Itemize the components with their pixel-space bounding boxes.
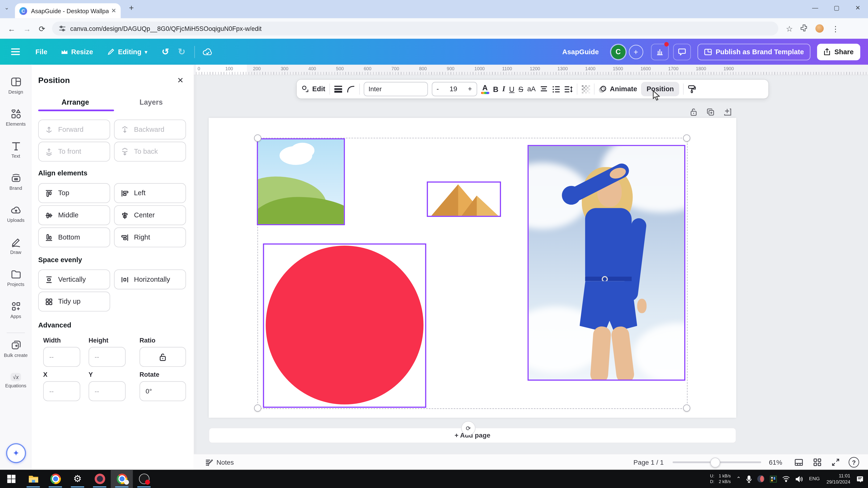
window-minimize-button[interactable]: — (812, 4, 818, 11)
taskbar-media-app[interactable] (89, 470, 111, 488)
browser-menu-icon[interactable]: ⋮ (832, 24, 839, 33)
canvas-photo-woman[interactable] (528, 145, 685, 381)
text-case-button[interactable]: aA (527, 85, 536, 93)
line-weight-icon[interactable] (334, 85, 342, 93)
profile-avatar[interactable] (816, 24, 824, 33)
sidebar-item-apps[interactable]: Apps (0, 301, 32, 319)
new-tab-button[interactable]: + (129, 3, 134, 12)
pages-view-icon[interactable] (813, 458, 822, 466)
window-close-button[interactable]: ✕ (855, 4, 861, 12)
editing-mode-menu[interactable]: Editing▾ (107, 48, 148, 56)
tab-arrange[interactable]: Arrange (38, 98, 112, 106)
taskbar-settings[interactable]: ⚙ (66, 470, 89, 488)
text-align-icon[interactable] (540, 86, 548, 93)
backward-button[interactable]: Backward (114, 120, 186, 139)
canvas-pyramid-graphic[interactable] (427, 182, 501, 217)
reload-icon[interactable]: ⟳ (39, 24, 45, 33)
to-back-button[interactable]: To back (114, 142, 186, 161)
taskbar-file-explorer[interactable] (22, 470, 44, 488)
align-center-button[interactable]: Center (114, 205, 186, 225)
tray-app-icon[interactable] (770, 476, 777, 482)
font-size-value[interactable]: 19 (450, 85, 457, 93)
edit-button[interactable]: Edit (301, 85, 325, 93)
tab-layers[interactable]: Layers (114, 98, 188, 106)
bookmark-star-icon[interactable]: ☆ (786, 24, 793, 33)
redo-icon[interactable]: ↻ (178, 46, 185, 57)
publish-brand-template-button[interactable]: Publish as Brand Template (697, 43, 810, 60)
share-button[interactable]: Share (817, 43, 860, 60)
selection-handle-top-left[interactable] (254, 134, 261, 142)
font-size-increase[interactable]: + (468, 85, 472, 93)
selection-handle-bottom-right[interactable] (683, 404, 690, 412)
font-size-stepper[interactable]: - 19 + (432, 82, 477, 96)
home-menu-icon[interactable] (11, 48, 20, 55)
magic-assistant-button[interactable]: ✦ (6, 443, 26, 463)
help-button[interactable]: ? (849, 457, 859, 468)
bold-button[interactable]: B (493, 85, 498, 93)
to-front-button[interactable]: To front (38, 142, 110, 161)
sidebar-item-elements[interactable]: Elements (0, 108, 32, 127)
fullscreen-icon[interactable] (832, 458, 840, 466)
strikethrough-button[interactable]: S (519, 85, 523, 93)
space-vertically-button[interactable]: Vertically (38, 269, 110, 289)
font-size-decrease[interactable]: - (437, 85, 439, 93)
canvas-circle-shape[interactable] (263, 243, 426, 408)
resize-menu[interactable]: Resize (61, 48, 93, 56)
lock-icon[interactable] (690, 108, 698, 116)
text-color-button[interactable]: A (481, 84, 489, 94)
notification-center-icon[interactable] (857, 476, 864, 482)
sidebar-item-design[interactable]: Design (0, 76, 32, 95)
window-maximize-button[interactable]: ▢ (834, 4, 839, 12)
transparency-icon[interactable] (581, 85, 590, 94)
sidebar-item-draw[interactable]: Draw (0, 237, 32, 255)
file-menu[interactable]: File (35, 48, 48, 56)
line-spacing-icon[interactable] (564, 86, 573, 93)
underline-button[interactable]: U (509, 85, 515, 93)
panel-close-icon[interactable]: ✕ (177, 76, 184, 85)
microphone-icon[interactable] (747, 475, 752, 483)
animate-button[interactable]: Animate (598, 85, 637, 93)
tray-expand-icon[interactable]: ⌃ (736, 476, 741, 482)
list-icon[interactable] (552, 86, 560, 93)
zoom-slider-thumb[interactable] (710, 458, 720, 467)
width-input[interactable]: -- (43, 347, 80, 367)
taskbar-chrome-active[interactable] (111, 470, 133, 488)
wifi-icon[interactable] (782, 476, 790, 482)
site-settings-icon[interactable] (59, 25, 66, 32)
italic-button[interactable]: I (502, 85, 505, 94)
font-family-select[interactable]: Inter (364, 82, 428, 96)
tidy-up-button[interactable]: Tidy up (38, 292, 110, 312)
forward-icon[interactable]: → (23, 24, 31, 33)
sidebar-item-text[interactable]: Text (0, 140, 32, 159)
volume-icon[interactable] (796, 476, 803, 482)
start-button[interactable] (0, 470, 22, 488)
language-indicator[interactable]: ENG (809, 476, 820, 482)
clock[interactable]: 11:0129/10/2024 (827, 473, 850, 485)
comments-button[interactable] (673, 43, 691, 60)
selection-handle-bottom-left[interactable] (254, 404, 261, 412)
extensions-icon[interactable] (801, 24, 808, 33)
y-input[interactable]: -- (89, 381, 126, 401)
duplicate-page-icon[interactable] (706, 108, 715, 116)
sidebar-item-brand[interactable]: co Brand (0, 172, 32, 191)
sidebar-item-equations[interactable]: √x Equations (0, 373, 32, 389)
paint-roller-icon[interactable] (688, 85, 697, 94)
url-bar[interactable]: canva.com/design/DAGUQp__8G0/QFjcMiH5SOo… (52, 22, 778, 36)
tab-search-icon[interactable]: ⌄ (4, 4, 9, 10)
taskbar-chrome-1[interactable] (44, 470, 66, 488)
add-page-icon[interactable] (723, 108, 732, 116)
align-top-button[interactable]: Top (38, 183, 110, 203)
sidebar-item-uploads[interactable]: Uploads (0, 205, 32, 223)
height-input[interactable]: -- (89, 347, 126, 367)
sidebar-item-projects[interactable]: Projects (0, 269, 32, 287)
align-right-button[interactable]: Right (114, 228, 186, 247)
align-middle-button[interactable]: Middle (38, 205, 110, 225)
insights-button[interactable] (651, 43, 669, 60)
curve-icon[interactable] (346, 85, 355, 93)
rotate-input[interactable]: 0° (140, 381, 186, 401)
back-icon[interactable]: ← (8, 24, 16, 33)
align-bottom-button[interactable]: Bottom (38, 228, 110, 247)
zoom-slider[interactable] (673, 461, 761, 463)
grid-view-icon[interactable] (795, 458, 803, 466)
browser-tab[interactable]: C AsapGuide - Desktop Wallpape ✕ (15, 3, 121, 18)
